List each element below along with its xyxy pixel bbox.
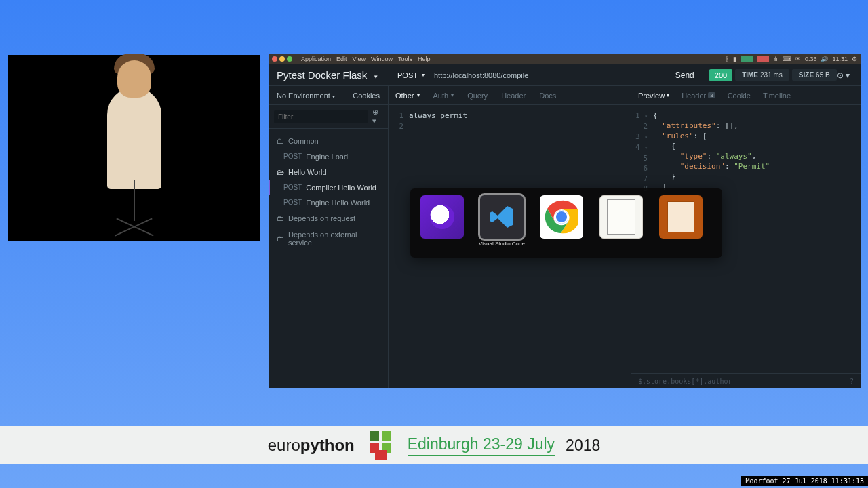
tab-docs[interactable]: Docs xyxy=(539,92,556,100)
system-tray: ᛒ ▮ ⋔ ⌨ ✉ 0:36 🔊 11:31 ⚙ xyxy=(726,56,857,62)
menubar-edit[interactable]: Edit xyxy=(336,56,347,62)
method-badge: POST xyxy=(283,152,302,161)
europython-logo: europython xyxy=(268,436,355,455)
app-topbar: Pytest Docker Flask ▾ POST ▾ Send 200 TI… xyxy=(269,64,861,86)
chevron-down-icon: ▾ xyxy=(451,92,454,98)
app-insomnia[interactable]: Insomnia xyxy=(418,195,466,247)
cookies-button[interactable]: Cookies xyxy=(353,92,380,100)
request-item[interactable]: POSTEngine Hello World xyxy=(269,195,388,210)
battery-icon[interactable]: ▮ xyxy=(733,56,736,62)
method-selector[interactable]: POST ▾ xyxy=(392,71,430,79)
menubar-tools[interactable]: Tools xyxy=(398,56,412,62)
impress-icon xyxy=(659,195,703,239)
folder-icon: 🗀 xyxy=(277,137,284,145)
request-label: Compiler Hello World xyxy=(306,184,380,192)
tab-other[interactable]: Other▾ xyxy=(395,92,420,100)
clock[interactable]: 11:31 xyxy=(832,56,848,62)
os-menubar: Application Edit View Window Tools Help … xyxy=(269,54,861,64)
folder-label: Depends on request xyxy=(288,214,355,222)
url-input[interactable] xyxy=(430,71,666,79)
net-graph xyxy=(757,56,769,62)
chevron-down-icon: ▾ xyxy=(667,92,669,98)
chevron-down-icon[interactable]: ▾ xyxy=(374,73,378,80)
menubar-window[interactable]: Window xyxy=(371,56,393,62)
folder-open-icon: 🗁 xyxy=(277,168,284,176)
folder-depends-on-request[interactable]: 🗀Depends on request xyxy=(269,210,388,226)
env-selector[interactable]: No Environment ▾ xyxy=(277,92,335,100)
volume-icon[interactable]: 🔊 xyxy=(821,56,828,62)
app-vscode[interactable]: Visual Studio Code xyxy=(478,195,526,247)
menubar-help[interactable]: Help xyxy=(418,56,431,62)
method-badge: POST xyxy=(283,184,302,192)
banner-year: 2018 xyxy=(566,436,600,455)
help-icon[interactable]: ? xyxy=(850,378,854,385)
tab-header[interactable]: Header xyxy=(501,92,526,100)
request-item[interactable]: POSTEngine Load xyxy=(269,149,388,164)
recording-timestamp: Moorfoot 27 Jul 2018 11:31:13 xyxy=(741,476,868,486)
app-impress[interactable]: LibreOffice Impress xyxy=(657,195,705,247)
folder-hello-world[interactable]: 🗁Hello World xyxy=(269,164,388,180)
folder-common[interactable]: 🗀Common xyxy=(269,133,388,149)
tab-preview[interactable]: Preview▾ xyxy=(638,92,669,100)
time-metric: TIME231 ms xyxy=(735,69,789,81)
insomnia-icon xyxy=(420,195,464,239)
request-label: Engine Hello World xyxy=(306,199,380,207)
chevron-down-icon: ▾ xyxy=(332,94,335,100)
sidebar: ⊕ ▾ 🗀CommonPOSTEngine Load🗁Hello WorldPO… xyxy=(269,105,389,388)
webcam-inset xyxy=(8,55,260,241)
method-badge: POST xyxy=(283,199,302,207)
bluetooth-icon[interactable]: ᛒ xyxy=(726,56,729,62)
send-button[interactable]: Send xyxy=(666,70,704,80)
python-logo-icon xyxy=(366,430,397,461)
request-item[interactable]: POSTCompiler Hello World xyxy=(269,180,388,195)
folder-label: Depends on external service xyxy=(288,230,380,247)
menubar-app[interactable]: Application xyxy=(301,56,331,62)
chevron-down-icon: ▾ xyxy=(422,72,425,78)
folder-label: Common xyxy=(288,137,319,145)
conference-banner: europython Edinburgh 23-29 July 2018 xyxy=(0,426,868,464)
subbar: No Environment ▾ Cookies Other▾Auth▾Quer… xyxy=(269,86,861,105)
size-metric: SIZE65 B xyxy=(792,69,837,81)
request-label: Engine Load xyxy=(306,152,380,161)
window-controls[interactable] xyxy=(272,56,292,62)
speaker-figure xyxy=(107,87,161,189)
request-tree: 🗀CommonPOSTEngine Load🗁Hello WorldPOSTCo… xyxy=(269,129,388,388)
app-libre[interactable]: LibreOffice xyxy=(597,195,645,247)
screen-capture: Application Edit View Window Tools Help … xyxy=(269,54,861,388)
response-menu[interactable]: ⊙ ▾ xyxy=(837,70,850,80)
libre-icon xyxy=(599,195,643,239)
folder-label: Hello World xyxy=(288,168,327,176)
header-count-badge: 3 xyxy=(708,92,715,98)
chrome-icon xyxy=(540,195,583,239)
app-label: Visual Studio Code xyxy=(479,241,525,247)
folder-icon: 🗀 xyxy=(277,214,284,222)
jsonpath-input[interactable]: $.store.books[*].author xyxy=(638,378,732,385)
menubar-view[interactable]: View xyxy=(353,56,366,62)
tab-timeline[interactable]: Timeline xyxy=(763,92,791,100)
keyboard-icon[interactable]: ⌨ xyxy=(783,56,791,62)
app-switcher[interactable]: InsomniaVisual Studio CodeGoogle ChromeL… xyxy=(410,188,722,258)
folder-depends-on-external-service[interactable]: 🗀Depends on external service xyxy=(269,226,388,251)
workspace-title[interactable]: Pytest Docker Flask ▾ xyxy=(277,69,392,81)
status-badge: 200 xyxy=(709,69,732,81)
app-chrome[interactable]: Google Chrome xyxy=(538,195,585,247)
chevron-down-icon: ▾ xyxy=(417,92,420,98)
cpu-graph xyxy=(741,56,753,62)
filter-input[interactable] xyxy=(274,110,368,123)
settings-icon[interactable]: ⚙ xyxy=(852,56,857,62)
wifi-icon[interactable]: ⋔ xyxy=(773,56,778,62)
folder-icon: 🗀 xyxy=(277,235,284,243)
tab-query[interactable]: Query xyxy=(467,92,488,100)
banner-location: Edinburgh 23-29 July xyxy=(408,435,555,456)
vscode-icon xyxy=(480,195,524,239)
tab-cookie[interactable]: Cookie xyxy=(728,92,751,100)
volume-text: 0:36 xyxy=(805,56,817,62)
add-menu-icon[interactable]: ⊕ ▾ xyxy=(372,108,382,125)
tab-auth[interactable]: Auth▾ xyxy=(433,92,454,100)
mail-icon[interactable]: ✉ xyxy=(795,56,801,62)
tab-header[interactable]: Header3 xyxy=(682,92,715,100)
